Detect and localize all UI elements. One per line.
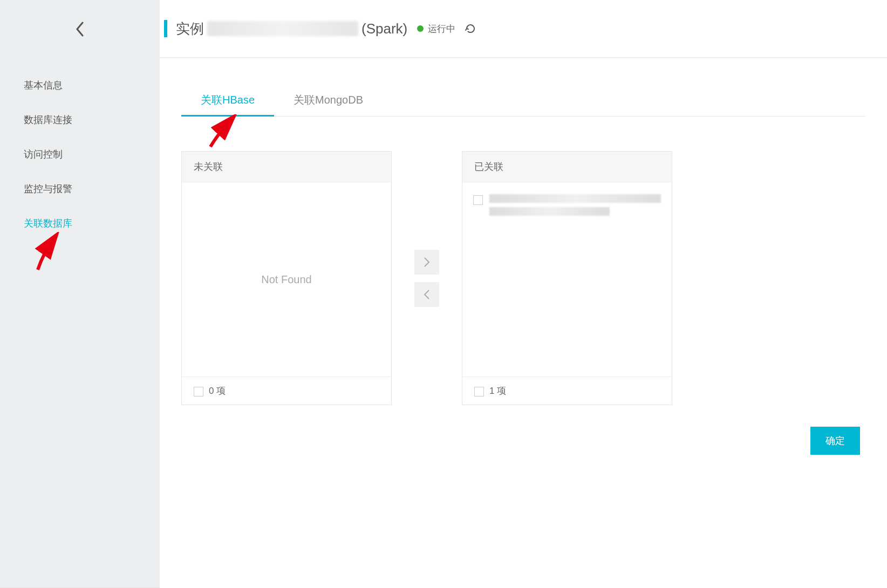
move-left-button[interactable] — [414, 282, 439, 307]
confirm-row: 确定 — [181, 427, 865, 455]
tab-hbase[interactable]: 关联HBase — [181, 84, 274, 116]
panel-linked: 已关联 1 项 — [462, 151, 672, 405]
sidebar-nav: 基本信息 数据库连接 访问控制 监控与报警 关联数据库 — [0, 58, 160, 241]
chevron-left-icon — [75, 22, 85, 37]
select-all-linked-checkbox[interactable] — [474, 387, 484, 396]
panel-linked-footer: 1 项 — [462, 377, 672, 405]
transfer-container: 未关联 Not Found 0 项 — [181, 151, 865, 405]
unlinked-count: 0 项 — [209, 385, 226, 397]
main-content: 实例 (Spark) 运行中 关联HBase 关联MongoDB — [160, 0, 887, 588]
list-item[interactable] — [473, 191, 661, 219]
confirm-button[interactable]: 确定 — [810, 427, 860, 455]
linked-count: 1 项 — [489, 385, 506, 397]
panel-linked-header: 已关联 — [462, 152, 672, 182]
tab-mongodb[interactable]: 关联MongoDB — [274, 84, 383, 116]
title-prefix: 实例 — [176, 19, 204, 38]
page-header: 实例 (Spark) 运行中 — [160, 0, 887, 58]
chevron-right-icon — [423, 257, 431, 268]
annotation-arrow — [205, 114, 243, 152]
empty-text: Not Found — [261, 274, 311, 286]
sidebar-item-linked-db[interactable]: 关联数据库 — [0, 206, 160, 241]
panel-unlinked: 未关联 Not Found 0 项 — [181, 151, 392, 405]
sidebar-item-db-connections[interactable]: 数据库连接 — [0, 102, 160, 137]
sidebar-item-basic-info[interactable]: 基本信息 — [0, 68, 160, 102]
item-checkbox[interactable] — [473, 195, 483, 205]
chevron-left-icon — [423, 289, 431, 300]
select-all-unlinked-checkbox[interactable] — [194, 387, 203, 396]
panel-unlinked-body: Not Found — [182, 182, 391, 377]
sidebar-item-monitoring[interactable]: 监控与报警 — [0, 172, 160, 206]
refresh-icon — [465, 23, 476, 34]
move-right-button[interactable] — [414, 250, 439, 275]
status-indicator-dot — [417, 25, 424, 32]
refresh-button[interactable] — [465, 23, 476, 34]
header-accent-bar — [164, 20, 167, 37]
panel-unlinked-footer: 0 项 — [182, 377, 391, 405]
panel-unlinked-header: 未关联 — [182, 152, 391, 182]
title-suffix: (Spark) — [361, 20, 407, 37]
panel-linked-body — [462, 182, 672, 377]
content-area: 关联HBase 关联MongoDB 未关联 Not Found 0 项 — [160, 58, 887, 481]
redacted-item-text — [489, 194, 661, 216]
sidebar-item-access-control[interactable]: 访问控制 — [0, 137, 160, 172]
transfer-controls — [414, 151, 439, 405]
tabs: 关联HBase 关联MongoDB — [181, 84, 865, 117]
page-title: 实例 (Spark) — [176, 19, 407, 38]
back-button[interactable] — [0, 0, 160, 58]
status-text: 运行中 — [428, 23, 455, 35]
redacted-instance-name — [207, 21, 358, 36]
sidebar: 基本信息 数据库连接 访问控制 监控与报警 关联数据库 — [0, 0, 160, 588]
